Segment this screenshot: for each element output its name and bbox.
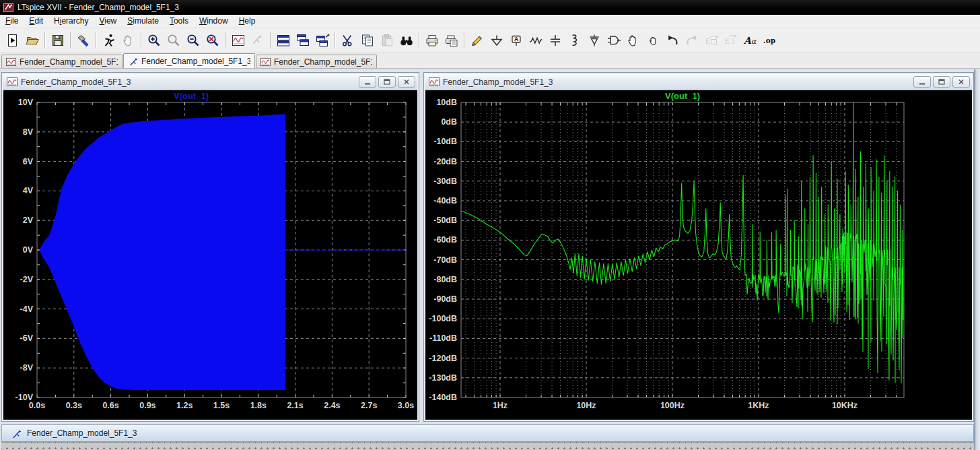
fft-plot[interactable]: 10dB0dB-10dB-20dB-30dB-40dB-50dB-60dB-70…: [425, 90, 971, 420]
undo-icon: [665, 33, 680, 48]
menu-file[interactable]: File: [0, 15, 24, 28]
zoom-full-extents-button[interactable]: [203, 32, 221, 50]
waveform-window-left-title: Fender_Champ_model_5F1_3: [21, 77, 359, 87]
mdi-area: Fender_Champ_model_5F1_3 10V8V6V4V2V0V-2…: [0, 69, 980, 450]
toolbar-separator: [141, 32, 141, 49]
close-button[interactable]: [398, 76, 415, 88]
x-tick-label: 0.3s: [66, 401, 82, 410]
tab-2-schematic[interactable]: Fender_Champ_model_5F1_3: [123, 53, 255, 68]
menu-tools[interactable]: Tools: [164, 15, 194, 28]
menu-view[interactable]: View: [94, 15, 122, 28]
menu-hierarchy[interactable]: Hierarchy: [48, 15, 94, 28]
minimize-button[interactable]: [913, 76, 931, 88]
svg-text:E: E: [725, 36, 730, 46]
minimize-button[interactable]: [359, 76, 376, 88]
component-button[interactable]: [604, 32, 623, 50]
schematic-window-titlebar[interactable]: Fender_Champ_model_5F1_3: [1, 424, 974, 442]
waveform-view-button[interactable]: [229, 32, 247, 50]
resistor-button[interactable]: [526, 32, 545, 50]
text-op-icon: .op: [763, 33, 777, 48]
x-tick-label: 2.1s: [287, 401, 303, 410]
y-tick-label: -6V: [20, 333, 34, 343]
gate-icon: [606, 33, 621, 48]
close-button[interactable]: [952, 76, 970, 88]
svg-text:α: α: [751, 37, 757, 46]
text-button[interactable]: Aα: [741, 32, 759, 50]
zoom-in-button[interactable]: [145, 32, 163, 50]
tab-3-waveform[interactable]: Fender_Champ_model_5F1_3: [256, 55, 377, 68]
tab-label: Fender_Champ_model_5F1_3: [20, 57, 118, 67]
svg-text:3: 3: [731, 36, 735, 46]
inductor-button[interactable]: [565, 32, 584, 50]
diode-button[interactable]: [585, 32, 603, 50]
print-preview-button[interactable]: [442, 32, 460, 50]
schematic-grid-strip[interactable]: [1, 442, 974, 450]
hammer-icon: [76, 33, 91, 48]
e-rotate-icon: E3: [724, 33, 738, 48]
zoom-out-button[interactable]: [184, 32, 202, 50]
control-panel-button[interactable]: [74, 32, 92, 50]
resistor-icon: [528, 33, 543, 48]
save-button[interactable]: [48, 32, 67, 50]
tab-1-waveform[interactable]: Fender_Champ_model_5F1_3: [1, 55, 123, 68]
cascade-arrow-icon: [315, 33, 330, 48]
schematic-view-button: [248, 32, 267, 50]
copy-icon: [360, 33, 375, 48]
maximize-button[interactable]: [933, 76, 950, 88]
ground-button[interactable]: [487, 32, 505, 50]
mag-plus-icon: [147, 33, 162, 48]
cascade-windows-button[interactable]: [313, 32, 331, 50]
toolbar-separator: [70, 32, 71, 49]
ltspice-app-icon: [3, 3, 13, 13]
toolbar: AEE3Aα.op: [0, 28, 980, 53]
toolbar-separator: [44, 32, 45, 49]
y-tick-label: -4V: [20, 304, 34, 314]
label-net-button[interactable]: A: [507, 32, 525, 50]
run-simulation-button[interactable]: [100, 32, 118, 50]
capacitor-button[interactable]: [546, 32, 564, 50]
waveform-window-right-title: Fender_Champ_model_5F1_3: [443, 77, 913, 87]
tile-horizontal-button[interactable]: [274, 32, 292, 50]
diode-icon: [587, 33, 602, 48]
print-button[interactable]: [423, 32, 441, 50]
waveform-window-left-titlebar[interactable]: Fender_Champ_model_5F1_3: [3, 74, 417, 90]
window-titlebar[interactable]: LTspice XVII - Fender_Champ_model_5F1_3: [0, 0, 980, 15]
paste-icon: [380, 33, 394, 48]
waveform-window-right-titlebar[interactable]: Fender_Champ_model_5F1_3: [425, 74, 972, 90]
copy-button[interactable]: [358, 32, 376, 50]
y-tick-label: -30dB: [433, 176, 457, 186]
y-tick-label: -10dB: [433, 137, 457, 146]
y-tick-label: -90dB: [433, 294, 457, 304]
move-button[interactable]: [624, 32, 642, 50]
folder-icon: [25, 33, 40, 48]
menu-edit[interactable]: Edit: [24, 15, 48, 28]
y-tick-label: 4V: [23, 186, 34, 195]
rotate-button: E3: [722, 32, 740, 50]
cut-button[interactable]: [339, 32, 357, 50]
trace-name-label: V(out_1): [174, 91, 209, 101]
run-button[interactable]: [3, 32, 22, 50]
menu-simulate[interactable]: Simulate: [122, 15, 164, 28]
y-tick-label: 10dB: [436, 98, 457, 107]
printer-icon: [425, 33, 440, 48]
tile-h-icon: [276, 33, 291, 48]
time-domain-plot[interactable]: 10V8V6V4V2V0V-2V-4V-6V-8V-10V0.0s0.3s0.6…: [3, 90, 416, 420]
tile-vertical-button[interactable]: [293, 32, 312, 50]
menu-window[interactable]: Window: [194, 15, 234, 28]
e-mirror-icon: E: [704, 33, 719, 48]
svg-text:A: A: [514, 36, 518, 42]
hand-big-icon: [626, 33, 641, 48]
find-button[interactable]: [397, 32, 415, 50]
undo-button[interactable]: [663, 32, 681, 50]
menu-help[interactable]: Help: [234, 15, 261, 28]
maximize-button[interactable]: [378, 76, 396, 88]
drag-button[interactable]: [643, 32, 662, 50]
text-aa-icon: Aα: [743, 33, 758, 48]
spice-directive-button[interactable]: .op: [761, 32, 779, 50]
open-button[interactable]: [23, 32, 41, 50]
inductor-icon: [567, 33, 582, 48]
wire-button[interactable]: [468, 32, 486, 50]
waveform-window-left: Fender_Champ_model_5F1_3 10V8V6V4V2V0V-2…: [1, 72, 419, 422]
y-tick-label: -120dB: [429, 354, 457, 363]
toolbar-separator: [96, 32, 96, 49]
